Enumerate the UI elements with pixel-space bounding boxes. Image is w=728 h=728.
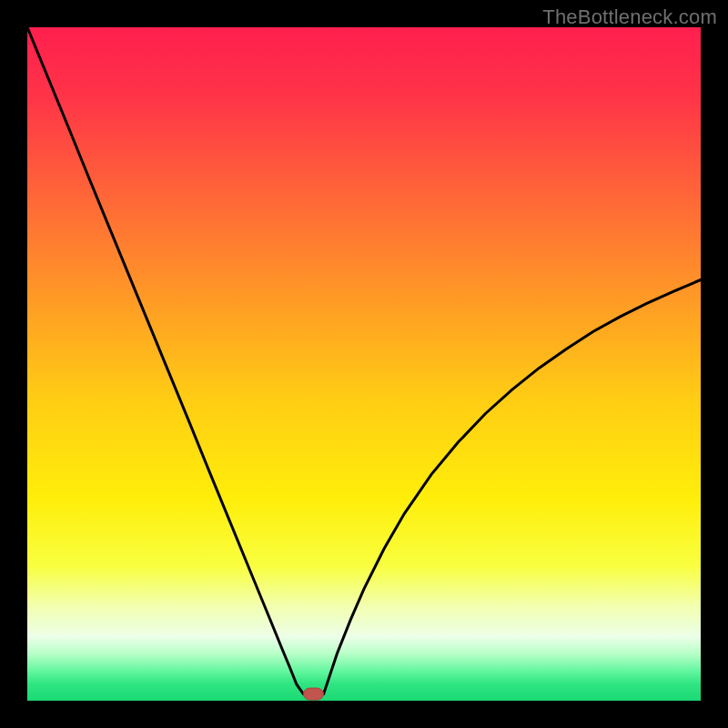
plot-area <box>27 27 701 701</box>
outer-frame: TheBottleneck.com <box>0 0 728 728</box>
gradient-rect <box>27 27 701 701</box>
watermark-text: TheBottleneck.com <box>542 5 717 29</box>
chart-svg <box>27 27 701 701</box>
notch-marker <box>304 688 324 700</box>
